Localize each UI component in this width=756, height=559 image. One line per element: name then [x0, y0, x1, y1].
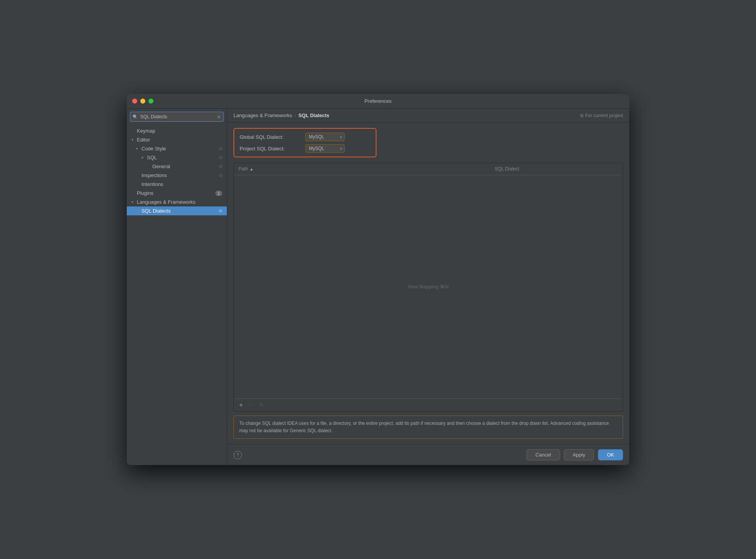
close-button[interactable] [132, 99, 137, 104]
col-dialect: SQL Dialect [490, 165, 623, 173]
maximize-button[interactable] [148, 99, 153, 104]
table-header: Path ▲ SQL Dialect [234, 163, 623, 175]
project-dialect-select-wrapper: MySQL PostgreSQL SQLite Oracle Generic S… [305, 144, 345, 153]
apply-button[interactable]: Apply [564, 449, 594, 460]
project-dialect-select[interactable]: MySQL PostgreSQL SQLite Oracle Generic S… [305, 144, 345, 153]
search-icon: 🔍 [133, 114, 138, 119]
global-dialect-row: Global SQL Dialect: MySQL PostgreSQL SQL… [240, 133, 370, 141]
sidebar-item-label: General [152, 164, 170, 169]
col-dialect-label: SQL Dialect [495, 166, 519, 172]
sidebar-item-editor[interactable]: ▾ Editor [127, 135, 227, 144]
global-dialect-select[interactable]: MySQL PostgreSQL SQLite Oracle Generic S… [305, 133, 345, 141]
sidebar-item-code-style[interactable]: ▾ Code Style ⧉ [127, 144, 227, 153]
window-title: Preferences [364, 98, 392, 104]
bottom-bar: ? Cancel Apply OK [227, 444, 629, 465]
sidebar-item-label: Plugins [137, 190, 153, 196]
info-box: To change SQL dialect IDEA uses for a fi… [233, 416, 623, 439]
project-dialect-label: Project SQL Dialect: [240, 146, 301, 152]
edit-mapping-button[interactable]: ✎ [257, 401, 266, 409]
preferences-window: Preferences 🔍 ✕ Keymap ▾ Editor [127, 94, 629, 465]
sidebar-item-label: Intentions [141, 181, 163, 187]
copy-icon: ⧉ [219, 155, 222, 160]
cancel-button[interactable]: Cancel [526, 449, 560, 460]
table-toolbar: + − ✎ [234, 399, 623, 411]
sidebar-item-languages-frameworks[interactable]: ▾ Languages & Frameworks [127, 198, 227, 206]
global-dialect-select-wrapper: MySQL PostgreSQL SQLite Oracle Generic S… [305, 133, 345, 141]
sidebar-tree: Keymap ▾ Editor ▾ Code Style ⧉ ▾ SQL [127, 125, 227, 465]
sidebar-item-label: Languages & Frameworks [137, 199, 196, 205]
dialect-settings-box: Global SQL Dialect: MySQL PostgreSQL SQL… [233, 128, 376, 157]
arrow-icon: ▾ [131, 200, 137, 204]
project-link-label: For current project [585, 113, 623, 118]
breadcrumb: Languages & Frameworks › SQL Dialects ⧉ … [227, 109, 629, 123]
project-link-icon: ⧉ [580, 113, 584, 118]
project-dialect-row: Project SQL Dialect: MySQL PostgreSQL SQ… [240, 144, 370, 153]
sidebar: 🔍 ✕ Keymap ▾ Editor ▾ Code Style [127, 109, 227, 465]
sidebar-item-label: SQL Dialects [141, 208, 170, 214]
panel-content: Global SQL Dialect: MySQL PostgreSQL SQL… [227, 123, 629, 444]
ok-button[interactable]: OK [598, 449, 623, 460]
minimize-button[interactable] [140, 99, 145, 104]
breadcrumb-part1: Languages & Frameworks [233, 112, 292, 118]
copy-icon: ⧉ [219, 146, 222, 151]
plugins-badge: 1 [215, 191, 222, 196]
col-path-label: Path [238, 166, 248, 172]
project-link[interactable]: ⧉ For current project [580, 113, 623, 118]
sidebar-item-keymap[interactable]: Keymap [127, 126, 227, 135]
col-path: Path ▲ [234, 165, 490, 173]
dialect-table: Path ▲ SQL Dialect New Mapping ⌘N + − ✎ [233, 163, 623, 412]
empty-hint: New Mapping ⌘N [408, 284, 449, 290]
breadcrumb-part2: SQL Dialects [298, 112, 329, 118]
arrow-icon: ▾ [131, 138, 137, 142]
action-buttons: Cancel Apply OK [526, 449, 623, 460]
sidebar-item-sql[interactable]: ▾ SQL ⧉ [127, 153, 227, 162]
sidebar-item-plugins[interactable]: Plugins 1 [127, 189, 227, 198]
sidebar-item-label: Editor [137, 137, 150, 143]
table-body: New Mapping ⌘N [234, 175, 623, 399]
sidebar-item-label: Code Style [141, 146, 166, 152]
remove-mapping-button[interactable]: − [247, 401, 254, 409]
sort-arrow-icon: ▲ [250, 167, 254, 171]
traffic-lights [132, 99, 153, 104]
info-text: To change SQL dialect IDEA uses for a fi… [239, 421, 609, 433]
copy-icon: ⧉ [219, 208, 222, 213]
search-input[interactable] [130, 112, 224, 122]
sidebar-item-label: Inspections [141, 172, 167, 178]
search-clear-icon[interactable]: ✕ [217, 114, 221, 119]
main-content: 🔍 ✕ Keymap ▾ Editor ▾ Code Style [127, 109, 629, 465]
global-dialect-label: Global SQL Dialect: [240, 134, 301, 140]
sidebar-item-label: Keymap [137, 128, 155, 134]
add-mapping-button[interactable]: + [238, 401, 244, 409]
arrow-icon: ▾ [136, 147, 141, 151]
main-panel: Languages & Frameworks › SQL Dialects ⧉ … [227, 109, 629, 465]
copy-icon: ⧉ [219, 164, 222, 169]
sidebar-item-inspections[interactable]: Inspections ⧉ [127, 171, 227, 180]
sidebar-item-sql-dialects[interactable]: SQL Dialects ⧉ [127, 206, 227, 215]
titlebar: Preferences [127, 94, 629, 109]
breadcrumb-separator: › [295, 112, 296, 118]
sidebar-item-intentions[interactable]: Intentions [127, 180, 227, 189]
sidebar-item-label: SQL [147, 155, 157, 160]
copy-icon: ⧉ [219, 173, 222, 178]
sidebar-item-general[interactable]: General ⧉ [127, 162, 227, 171]
search-box: 🔍 ✕ [130, 112, 224, 122]
help-button[interactable]: ? [233, 451, 242, 459]
arrow-icon: ▾ [141, 155, 147, 160]
